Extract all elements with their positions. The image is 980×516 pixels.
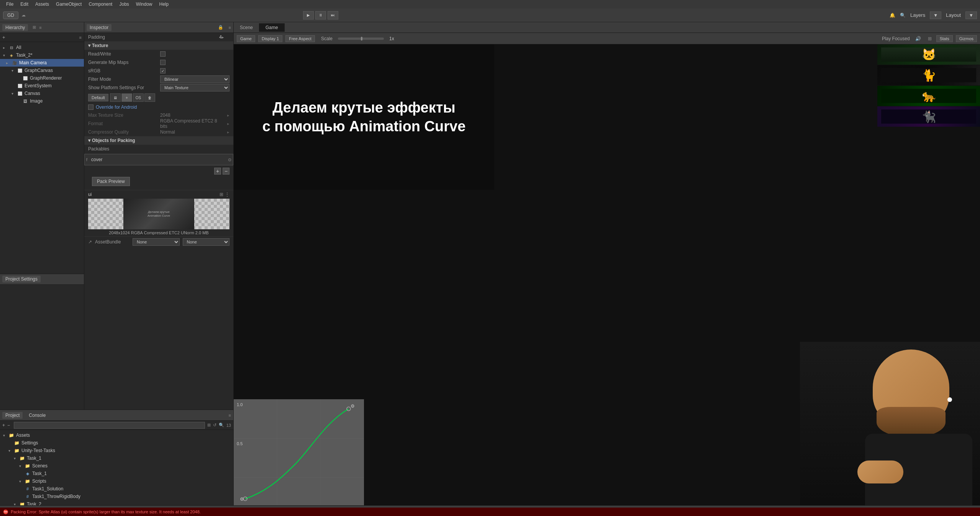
generate-mip-checkbox[interactable]: [160, 60, 166, 65]
utt-folder-icon: 📁: [14, 447, 20, 454]
compressor-quality-arrow: ▸: [227, 130, 229, 135]
max-texture-size-value: 2048: [160, 113, 224, 118]
file-item-scripts1[interactable]: ▾ 📁 Scripts: [0, 477, 233, 485]
read-write-label: Read/Write: [88, 51, 157, 57]
settings-folder-icon: 📁: [14, 440, 20, 446]
hierarchy-canvas[interactable]: ▾ ⬜ Canvas: [0, 90, 84, 97]
stats-button[interactable]: Stats: [936, 35, 953, 42]
padding-expand[interactable]: ▸: [222, 35, 229, 40]
leopard-icon: 🐆: [922, 89, 936, 103]
objects-packing-arrow: ▾: [88, 138, 90, 143]
filter-mode-select[interactable]: Bilinear: [160, 75, 229, 83]
tab-scene[interactable]: Scene: [234, 23, 259, 32]
add-project-button[interactable]: +: [2, 423, 5, 428]
hierarchy-all[interactable]: ▸ ⊟ All: [0, 44, 84, 51]
add-packable-button[interactable]: +: [214, 168, 221, 175]
inspector-lock[interactable]: 🔒: [218, 25, 223, 30]
tab-project-settings[interactable]: Project Settings: [2, 276, 41, 282]
task1-scene-icon: ◈: [25, 470, 31, 477]
assetbundle-variant-select[interactable]: None: [183, 238, 230, 246]
game-dropdown[interactable]: Game: [237, 35, 255, 42]
gizmos-button[interactable]: Gizmos: [956, 35, 977, 42]
override-android-checkbox[interactable]: [88, 105, 93, 110]
vsync-icon[interactable]: ⊞: [928, 36, 932, 41]
layers-dropdown[interactable]: ▼: [930, 11, 941, 19]
preview-options-icon[interactable]: ⋮: [225, 192, 229, 197]
tab-inspector[interactable]: Inspector: [87, 24, 111, 31]
refresh-icon[interactable]: ↺: [213, 423, 216, 428]
play-controls: ▶ ⏸ ⏭: [303, 11, 338, 20]
scale-slider[interactable]: [338, 38, 384, 40]
layout-dropdown[interactable]: ▼: [965, 11, 977, 19]
platform-icon-os[interactable]: OS: [133, 93, 144, 102]
tab-game[interactable]: Game: [259, 23, 285, 32]
game-toolbar: Game Display 1 Free Aspect Scale 1x Play…: [234, 33, 980, 44]
file-item-scenes1[interactable]: ▾ 📁 Scenes: [0, 462, 233, 470]
hierarchy-graphcanvas[interactable]: ▾ ⬜ GraphCanvas: [0, 67, 84, 74]
curve-graph[interactable]: 1.0 0.5 0.0 0.5 0.75 1.0 ⚙ ⚙: [234, 399, 364, 516]
texture-section-header: ▾ Texture: [84, 41, 233, 50]
menu-jobs[interactable]: Jobs: [116, 1, 132, 8]
menu-component[interactable]: Component: [85, 1, 115, 8]
display-dropdown[interactable]: Display 1: [258, 35, 282, 42]
task1-solution-icon: #: [25, 486, 31, 492]
assetbundle-select[interactable]: None: [133, 238, 180, 246]
project-options[interactable]: ≡: [229, 413, 231, 418]
platform-icon-delete[interactable]: 🗑: [144, 93, 155, 102]
menu-help[interactable]: Help: [156, 1, 172, 8]
override-android-row: Override for Android: [84, 103, 233, 111]
file-item-unity-test-tasks[interactable]: ▾ 📁 Unity-Test-Tasks: [0, 447, 233, 454]
file-item-task1-throw[interactable]: # Task1_ThrowRigidBody: [0, 493, 233, 500]
assetbundle-icon: ↗: [88, 239, 92, 245]
menu-gameobject[interactable]: GameObject: [53, 1, 85, 8]
file-item-task2[interactable]: ▾ 📁 Task_2: [0, 500, 233, 505]
file-item-task1-scene[interactable]: ◈ Task_1: [0, 470, 233, 477]
read-write-checkbox[interactable]: [160, 51, 166, 57]
add-hierarchy-button[interactable]: +: [2, 34, 5, 40]
main-texture-select[interactable]: Main Texture: [160, 84, 229, 91]
project-file-tree: ▾ 📁 Assets 📁 Settings ▾ 📁 Unity-Test-Tas…: [0, 430, 233, 505]
file-item-settings[interactable]: 📁 Settings: [0, 439, 233, 447]
cover-select-btn[interactable]: ⊙: [228, 157, 231, 162]
main-toolbar: GD ☁ ▶ ⏸ ⏭ 🔔 🔍 Layers ▼ Layout ▼: [0, 8, 980, 22]
tab-console[interactable]: Console: [26, 412, 49, 419]
inspector-options[interactable]: ≡: [229, 25, 231, 30]
tab-hierarchy[interactable]: Hierarchy: [2, 24, 28, 31]
aspect-dropdown[interactable]: Free Aspect: [285, 35, 315, 42]
file-item-task1[interactable]: ▾ 📁 Task_1: [0, 454, 233, 462]
platform-icon-monitor[interactable]: 🖥: [110, 93, 121, 102]
hierarchy-task2[interactable]: ▾ ◈ Task_2*: [0, 51, 84, 59]
platform-icons: 🖥 + OS 🗑: [110, 93, 155, 102]
filter-mode-label: Filter Mode: [88, 77, 157, 82]
mute-icon[interactable]: 🔊: [915, 36, 921, 41]
preview-expand-icon[interactable]: ⊞: [220, 192, 223, 197]
project-sub-button[interactable]: −: [7, 423, 10, 428]
step-button[interactable]: ⏭: [328, 11, 338, 20]
remove-packable-button[interactable]: −: [223, 168, 229, 175]
menu-file[interactable]: File: [3, 1, 16, 8]
filter-icon[interactable]: ⊞: [207, 423, 211, 428]
file-item-task1-solution[interactable]: # Task1_Solution: [0, 485, 233, 493]
hierarchy-maincamera[interactable]: ▸ 🎥 Main Camera: [0, 59, 84, 67]
platform-icon-plus[interactable]: +: [121, 93, 132, 102]
file-item-assets[interactable]: ▾ 📁 Assets: [0, 431, 233, 439]
hierarchy-eventsystem[interactable]: ⬜ EventSystem: [0, 82, 84, 90]
play-button[interactable]: ▶: [303, 11, 314, 20]
gd-button[interactable]: GD: [3, 11, 18, 19]
search-icon[interactable]: 🔍: [219, 423, 224, 428]
game-view-background: Делаем крутые эффекты с помощью Animatio…: [234, 44, 980, 516]
hierarchy-image[interactable]: 🖼 Image: [0, 97, 84, 105]
tab-project[interactable]: Project: [2, 412, 23, 419]
platform-tab-default[interactable]: Default: [88, 94, 108, 101]
cat-icon-4: 🐈‍⬛: [922, 110, 936, 123]
menu-assets[interactable]: Assets: [32, 1, 52, 8]
srgb-checkbox[interactable]: ✓: [160, 68, 166, 73]
assetbundle-row: ↗ AssetBundle None None: [84, 236, 233, 247]
hierarchy-options[interactable]: ≡: [79, 35, 82, 40]
menu-window[interactable]: Window: [133, 1, 156, 8]
hierarchy-graphrenderer[interactable]: ⬜ GraphRenderer: [0, 74, 84, 82]
pause-button[interactable]: ⏸: [315, 11, 326, 20]
menu-edit[interactable]: Edit: [17, 1, 31, 8]
pack-preview-button[interactable]: Pack Preview: [92, 177, 130, 186]
project-search-input[interactable]: [14, 422, 205, 429]
